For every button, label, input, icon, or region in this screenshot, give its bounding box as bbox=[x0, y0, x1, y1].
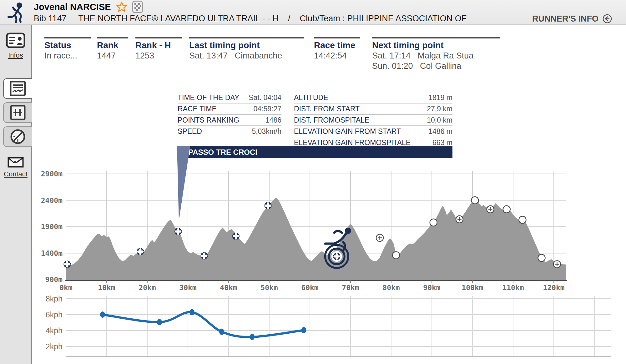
sidebar-item-contact[interactable]: Contact bbox=[0, 157, 31, 178]
status-column-rule bbox=[372, 37, 500, 38]
tooltip-row: DIST. FROMOSPITALE10,0 km bbox=[294, 115, 452, 126]
x-tick-label: 30km bbox=[179, 284, 196, 292]
tab-compass[interactable] bbox=[3, 126, 32, 147]
race-club-separator: / bbox=[288, 14, 290, 23]
tooltip-value: 04:59:27 bbox=[253, 105, 281, 113]
checkpoint-marker-upcoming[interactable] bbox=[487, 206, 494, 213]
checkpoint-marker-upcoming[interactable] bbox=[392, 252, 400, 259]
x-tick-label: 20km bbox=[139, 284, 156, 292]
status-heading: Rank bbox=[97, 40, 128, 50]
speed-point[interactable] bbox=[301, 327, 306, 333]
x-tick-label: 0km bbox=[59, 284, 73, 292]
checkpoint-marker-passed[interactable] bbox=[232, 233, 240, 240]
x-tick-label: 70km bbox=[342, 284, 359, 292]
envelope-icon bbox=[8, 157, 24, 168]
bib-number: Bib 1147 bbox=[34, 14, 67, 23]
status-value: 1447 bbox=[97, 51, 128, 61]
status-value: In race... bbox=[44, 51, 91, 61]
tooltip-value: 1486 m bbox=[428, 127, 452, 136]
tooltip-row: POINTS RANKING1486 bbox=[178, 115, 281, 126]
status-heading: Race time bbox=[314, 40, 360, 50]
x-tick-label: 110km bbox=[502, 284, 524, 292]
tooltip-label: SPEED bbox=[178, 127, 202, 136]
info-card-icon bbox=[6, 33, 25, 49]
x-tick-label: 90km bbox=[423, 284, 440, 292]
status-column-rank: Rank1447 bbox=[97, 37, 128, 61]
y-tick-label: 1400m bbox=[41, 249, 63, 257]
speed-point[interactable] bbox=[189, 309, 194, 315]
speed-point[interactable] bbox=[219, 329, 224, 335]
x-tick-label: 120km bbox=[543, 284, 564, 292]
runner-name: Jovenal NARCISE bbox=[34, 2, 111, 12]
status-value: Sun. 01:20 Col Gallina bbox=[372, 61, 500, 71]
tooltip-value: 5,03km/h bbox=[252, 127, 281, 136]
back-arrow-icon[interactable] bbox=[602, 14, 612, 24]
current-position-marker[interactable] bbox=[325, 228, 351, 268]
y-tick-label: 900m bbox=[45, 276, 63, 284]
tooltip-value: 10,0 km bbox=[427, 116, 452, 124]
tooltip-value: Sat. 04:04 bbox=[249, 94, 281, 102]
profile-chart-icon bbox=[10, 81, 26, 96]
status-column-rank-h: Rank - H1253 bbox=[135, 37, 182, 61]
checkpoint-marker-upcoming[interactable] bbox=[430, 219, 437, 226]
favorite-star-icon[interactable] bbox=[116, 1, 127, 13]
status-heading: Status bbox=[44, 40, 91, 50]
tooltip-label: ELEVATION GAIN FROM START bbox=[294, 127, 401, 136]
speed-point[interactable] bbox=[250, 334, 255, 340]
checkpoint-marker-upcoming[interactable] bbox=[456, 216, 463, 223]
checkpoint-marker-upcoming[interactable] bbox=[503, 206, 510, 213]
sidebar-item-infos[interactable]: Infos bbox=[0, 33, 31, 59]
sidebar-contact-label: Contact bbox=[4, 170, 28, 178]
checkpoint-marker-passed[interactable] bbox=[137, 248, 144, 255]
status-value: Sat. 17:14 Malga Ra Stua bbox=[372, 51, 500, 61]
runner-tracking-page: Jovenal NARCISE Bib 1147 THE NORTH FACE®… bbox=[0, 0, 626, 364]
status-column-rule bbox=[189, 37, 304, 38]
checkpoint-marker-passed[interactable] bbox=[265, 202, 272, 209]
runners-info-button[interactable]: RUNNER'S INFO bbox=[532, 14, 612, 24]
tooltip-label: ALTITUDE bbox=[294, 94, 328, 102]
tooltip-row: ELEVATION GAIN FROM START1486 m bbox=[294, 126, 452, 137]
tooltip-label: POINTS RANKING bbox=[178, 116, 239, 124]
tooltip-label: ELEVATION GAIN FROMOSPITALE bbox=[294, 139, 411, 147]
checkpoint-marker-passed[interactable] bbox=[174, 228, 182, 235]
checkpoint-banner: PASSO TRE CROCI bbox=[179, 146, 452, 158]
x-tick-label: 80km bbox=[382, 284, 400, 292]
checkpoint-marker-upcoming[interactable] bbox=[519, 216, 526, 224]
x-tick-label: 10km bbox=[98, 284, 115, 292]
checkpoint-marker-passed[interactable] bbox=[201, 252, 208, 259]
sidebar: Infos bbox=[0, 25, 32, 364]
tooltip-row: RACE TIME04:59:27 bbox=[178, 104, 281, 115]
finisher-flag-icon[interactable] bbox=[132, 1, 143, 13]
tab-profile-chart[interactable] bbox=[3, 78, 32, 99]
speed-line bbox=[103, 312, 304, 337]
club-team: Club/Team : PHILIPPINE ASSOCIATION OF bbox=[300, 14, 467, 23]
tooltip-row: TIME OF THE DAYSat. 04:04 bbox=[178, 92, 281, 104]
y-tick-label: 2400m bbox=[41, 196, 63, 205]
checkpoint-marker-upcoming[interactable] bbox=[538, 254, 545, 261]
tab-crossings[interactable] bbox=[3, 102, 32, 123]
status-column-rule bbox=[314, 37, 360, 38]
crossings-grid-icon bbox=[10, 105, 26, 120]
checkpoint-marker-upcoming[interactable] bbox=[376, 234, 383, 241]
sidebar-infos-label: Infos bbox=[8, 51, 23, 59]
tooltip-label: TIME OF THE DAY bbox=[178, 94, 239, 102]
speed-y-tick-label: 2kph bbox=[46, 342, 63, 351]
checkpoint-tooltip-time-table: TIME OF THE DAYSat. 04:04RACE TIME04:59:… bbox=[178, 92, 281, 137]
x-tick-label: 40km bbox=[220, 284, 237, 292]
status-column-rule bbox=[97, 37, 128, 38]
compass-icon bbox=[10, 129, 26, 145]
checkpoint-marker-passed[interactable] bbox=[63, 260, 71, 268]
checkpoint-tooltip-distance-table: ALTITUDE1819 mDIST. FROM START27,9 kmDIS… bbox=[294, 92, 452, 149]
status-column-rule bbox=[135, 37, 182, 38]
speed-y-tick-label: 6kph bbox=[46, 310, 63, 319]
speed-point[interactable] bbox=[100, 311, 105, 318]
status-value: Sat. 13:47 Cimabanche bbox=[189, 51, 304, 61]
race-name: THE NORTH FACE® LAVAREDO ULTRA TRAIL - -… bbox=[78, 14, 279, 23]
checkpoint-marker-upcoming[interactable] bbox=[553, 260, 561, 268]
status-heading: Last timing point bbox=[189, 40, 304, 50]
speed-point[interactable] bbox=[157, 319, 162, 325]
header: Jovenal NARCISE Bib 1147 THE NORTH FACE®… bbox=[0, 0, 626, 25]
status-value: 1253 bbox=[135, 51, 182, 61]
status-value: 14:42:54 bbox=[314, 51, 360, 61]
checkpoint-marker-upcoming[interactable] bbox=[471, 197, 478, 204]
